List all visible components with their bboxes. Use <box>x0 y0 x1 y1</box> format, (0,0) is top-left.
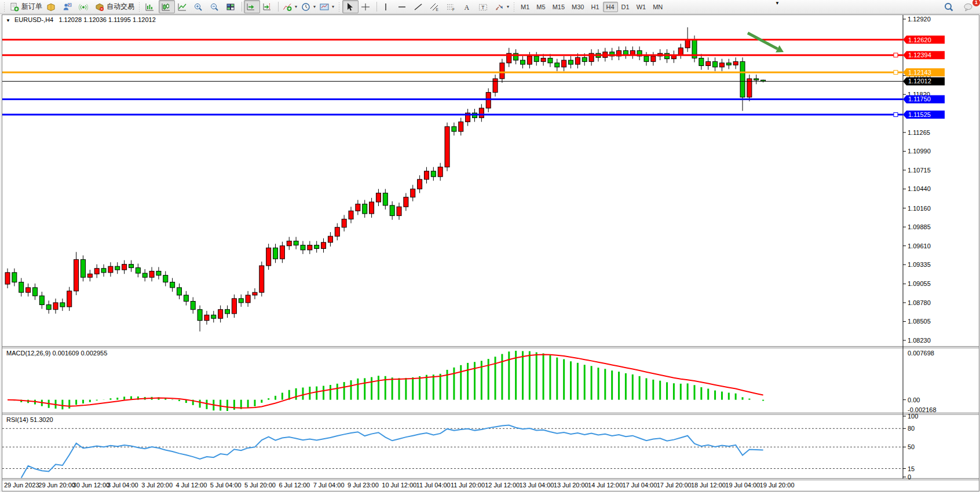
text-label-button[interactable]: T <box>476 0 492 13</box>
search-button[interactable] <box>942 1 958 14</box>
arrows-button[interactable]: ▾ <box>492 0 511 13</box>
zoom-out-button[interactable] <box>207 0 224 13</box>
chat-button[interactable]: 1 <box>961 1 978 14</box>
fibonacci-button[interactable]: F <box>444 0 460 13</box>
dropdown-caret-icon[interactable]: ▾ <box>295 4 297 9</box>
time-label: 19 Jul 20:00 <box>760 482 795 489</box>
toolbar-separator <box>376 2 377 12</box>
price-tick-label: 1.10160 <box>908 205 931 212</box>
equidistant-channel-button[interactable]: E <box>427 0 444 13</box>
price-tick-label: 1.08780 <box>908 299 931 306</box>
rsi-axis-label: 100 <box>908 413 918 420</box>
time-label: 18 Jul 12:00 <box>691 482 726 489</box>
indicator-add-icon <box>282 2 292 12</box>
timeframe-m15-button[interactable]: M15 <box>549 2 568 12</box>
hline-handle[interactable] <box>894 53 898 57</box>
person-chart-icon <box>62 2 72 12</box>
robot-icon <box>94 2 105 12</box>
price-tick-label: 1.10715 <box>908 167 931 174</box>
timeframe-h1-button[interactable]: H1 <box>587 2 602 12</box>
time-label: 12 Jul 12:00 <box>485 482 520 489</box>
time-label: 5 Jul 20:00 <box>244 482 276 489</box>
tile-windows-button[interactable] <box>224 0 240 13</box>
indicators-button[interactable]: ▾ <box>280 0 299 13</box>
time-label: 14 Jul 12:00 <box>588 482 623 489</box>
price-tick-label: 1.09885 <box>908 223 931 230</box>
hline-handle[interactable] <box>894 70 898 74</box>
toolbar-separator <box>278 2 279 12</box>
svg-text:1.12620: 1.12620 <box>908 36 931 43</box>
cursor-button[interactable] <box>342 0 359 13</box>
time-label: 13 Jul 20:00 <box>554 482 588 489</box>
hline-handle[interactable] <box>894 113 898 117</box>
auto-scroll-button[interactable] <box>244 0 260 13</box>
doc-plus-icon <box>9 2 20 12</box>
hline-icon <box>397 2 407 12</box>
chart-collapse-icon[interactable]: ▼ <box>6 18 10 23</box>
time-label: 29 Jun 2023 <box>4 482 39 489</box>
trend-line-button[interactable] <box>411 0 427 13</box>
chart-canvas[interactable]: 1.129201.120951.118201.112651.109901.107… <box>2 15 979 491</box>
timeframe-w1-button[interactable]: W1 <box>633 2 650 12</box>
bar-chart-button[interactable] <box>142 0 159 13</box>
toolbar-overflow-icon[interactable]: ▼ <box>775 1 780 6</box>
templates-button[interactable]: ▾ <box>317 0 336 13</box>
timeframe-m30-button[interactable]: M30 <box>568 2 587 12</box>
channel-icon: E <box>429 2 440 12</box>
dropdown-caret-icon[interactable]: ▾ <box>313 4 316 9</box>
zoom-in-icon <box>193 2 203 12</box>
chart-shift-button[interactable] <box>260 0 276 13</box>
price-tick-label: 1.09055 <box>908 280 931 287</box>
crosshair-button[interactable] <box>359 0 375 13</box>
timeframe-mn-button[interactable]: MN <box>649 2 666 12</box>
line-chart-button[interactable] <box>175 0 191 13</box>
signals-button[interactable] <box>76 0 93 13</box>
autoscroll-icon <box>246 2 256 12</box>
rsi-axis-label: 0 <box>908 473 911 480</box>
rsi-indicator-label: RSI(14) 51.3020 <box>6 416 53 423</box>
auto-trading-button[interactable]: 自动交易 <box>93 0 136 13</box>
dropdown-caret-icon[interactable]: ▾ <box>507 4 509 9</box>
timeframe-d1-button[interactable]: D1 <box>618 2 633 12</box>
time-label: 5 Jul 04:00 <box>210 482 242 489</box>
broadcast-icon <box>78 2 89 12</box>
time-label: 17 Jul 04:00 <box>622 482 657 489</box>
toolbar-separator <box>242 2 242 12</box>
search-icon <box>944 2 954 12</box>
price-tick-label: 1.10990 <box>908 148 931 155</box>
time-label: 4 Jul 12:00 <box>176 482 207 489</box>
time-label: 3 Jul 04:00 <box>107 482 138 489</box>
svg-text:1.12394: 1.12394 <box>908 52 931 58</box>
timeframe-h4-button[interactable]: H4 <box>603 2 618 12</box>
new-order-button[interactable]: 新订单 <box>8 0 44 13</box>
chart-window: ▼ EURUSD-,H4 1.12028 1.12036 1.11995 1.1… <box>2 14 979 491</box>
trend-arrow-annotation[interactable] <box>748 33 777 49</box>
time-label: 11 Jul 04:00 <box>416 482 451 489</box>
rsi-line <box>21 425 763 478</box>
bars-icon <box>144 2 155 12</box>
time-label: 29 Jun 20:00 <box>38 482 75 489</box>
clock-icon <box>301 2 311 12</box>
horizontal-line-button[interactable] <box>395 0 411 13</box>
toolbar-grip <box>338 2 340 12</box>
profiles-button[interactable] <box>60 0 76 13</box>
rsi-axis-label: 80 <box>908 425 915 432</box>
vertical-line-button[interactable] <box>379 0 395 13</box>
chart-ohlc-values: 1.12028 1.12036 1.11995 1.12012 <box>58 16 155 23</box>
timeframe-m1-button[interactable]: M1 <box>517 2 533 12</box>
candle-chart-button[interactable] <box>159 0 175 13</box>
rsi-axis-label: 50 <box>908 443 915 450</box>
periods-button[interactable]: ▾ <box>299 0 317 13</box>
timeframe-m5-button[interactable]: M5 <box>533 2 548 12</box>
time-axis[interactable]: 29 Jun 202329 Jun 20:0030 Jun 12:003 Jul… <box>4 482 795 489</box>
dropdown-caret-icon[interactable]: ▾ <box>332 4 334 9</box>
zoom-in-button[interactable] <box>191 0 207 13</box>
favorites-button[interactable] <box>44 0 60 13</box>
tiles-icon <box>225 2 236 12</box>
tline-icon <box>413 2 423 12</box>
svg-text:1.11525: 1.11525 <box>908 111 931 118</box>
text-button[interactable]: A <box>460 0 476 13</box>
toolbar-grip <box>513 2 515 12</box>
textA-icon: A <box>462 2 472 12</box>
price-tick-label: 1.08505 <box>908 318 931 325</box>
